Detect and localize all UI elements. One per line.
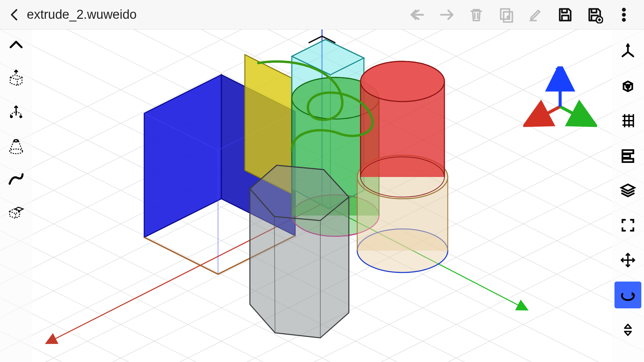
align-button[interactable] bbox=[614, 142, 641, 169]
top-toolbar-right bbox=[404, 1, 644, 28]
save-icon bbox=[556, 6, 574, 23]
align-icon bbox=[619, 147, 637, 164]
svg-line-50 bbox=[535, 107, 560, 120]
svg-rect-59 bbox=[623, 155, 630, 158]
revolve-icon bbox=[7, 103, 25, 121]
left-tool-panel bbox=[0, 29, 32, 362]
top-toolbar: extrude_2.wuweido bbox=[0, 0, 644, 29]
gizmo-x-label: X bbox=[529, 116, 536, 127]
edit-icon bbox=[527, 6, 544, 23]
svg-point-53 bbox=[10, 116, 13, 118]
3d-viewport[interactable]: X Y Z bbox=[0, 29, 644, 362]
axes-icon bbox=[619, 42, 637, 60]
svg-point-4 bbox=[622, 13, 626, 16]
boolean-tool-button[interactable] bbox=[4, 200, 28, 225]
red-cylinder bbox=[361, 61, 444, 197]
more-button[interactable] bbox=[610, 1, 637, 28]
svg-rect-60 bbox=[623, 159, 634, 162]
axes-view-button[interactable] bbox=[614, 38, 641, 64]
sweep-tool-button[interactable] bbox=[4, 167, 28, 191]
fullscreen-button[interactable] bbox=[614, 212, 641, 239]
paste-button[interactable] bbox=[492, 1, 519, 28]
paste-icon bbox=[497, 6, 515, 23]
save-as-button[interactable] bbox=[581, 1, 608, 28]
layers-button[interactable] bbox=[614, 177, 641, 204]
viewcube-button[interactable] bbox=[614, 72, 641, 99]
undo-button[interactable] bbox=[404, 1, 431, 28]
fullscreen-icon bbox=[619, 217, 637, 234]
svg-point-54 bbox=[20, 116, 22, 118]
navigation-gizmo[interactable]: X Y Z bbox=[523, 66, 597, 133]
svg-line-51 bbox=[560, 107, 585, 120]
viewcube-icon bbox=[619, 77, 637, 95]
loft-icon bbox=[7, 136, 25, 155]
save-button[interactable] bbox=[551, 1, 578, 28]
chevron-up-icon bbox=[7, 36, 25, 54]
pan-button[interactable] bbox=[614, 247, 641, 274]
updown-icon bbox=[619, 321, 637, 339]
grid-toggle-button[interactable] bbox=[614, 107, 641, 134]
svg-point-5 bbox=[622, 18, 626, 21]
layers-icon bbox=[619, 182, 637, 199]
edit-button[interactable] bbox=[522, 1, 549, 28]
svg-rect-58 bbox=[623, 150, 634, 154]
more-vert-icon bbox=[615, 6, 633, 23]
collapse-panel-button[interactable] bbox=[4, 33, 28, 57]
extrude-tool-button[interactable] bbox=[4, 66, 28, 90]
arrow-left-icon bbox=[409, 6, 426, 23]
updown-button[interactable] bbox=[614, 316, 641, 343]
chevron-left-icon bbox=[7, 7, 21, 22]
arrow-right-icon bbox=[438, 6, 455, 23]
delete-button[interactable] bbox=[463, 1, 490, 28]
pan-icon bbox=[619, 251, 637, 269]
gizmo-y-label: Y bbox=[587, 118, 594, 129]
right-tool-panel bbox=[612, 29, 644, 362]
boolean-icon bbox=[7, 203, 25, 222]
back-button[interactable] bbox=[4, 5, 24, 25]
sweep-icon bbox=[7, 170, 25, 188]
app-root: extrude_2.wuweido bbox=[0, 0, 644, 362]
grid-icon bbox=[619, 112, 637, 129]
svg-point-3 bbox=[622, 8, 626, 11]
gizmo-z-label: Z bbox=[555, 66, 561, 77]
gizmo-icon: X Y Z bbox=[523, 66, 597, 133]
loft-tool-button[interactable] bbox=[4, 133, 28, 158]
revolve-tool-button[interactable] bbox=[4, 100, 28, 124]
trash-icon bbox=[468, 6, 485, 23]
gray-hex-prism bbox=[250, 165, 349, 338]
save-as-icon bbox=[586, 6, 603, 23]
redo-button[interactable] bbox=[433, 1, 460, 28]
extrude-icon bbox=[7, 69, 25, 88]
orbit-button[interactable] bbox=[614, 282, 641, 308]
document-filename: extrude_2.wuweido bbox=[27, 7, 137, 22]
svg-point-55 bbox=[10, 149, 23, 154]
orbit-icon bbox=[619, 286, 637, 304]
svg-point-45 bbox=[361, 61, 444, 102]
top-toolbar-left: extrude_2.wuweido bbox=[0, 5, 137, 25]
